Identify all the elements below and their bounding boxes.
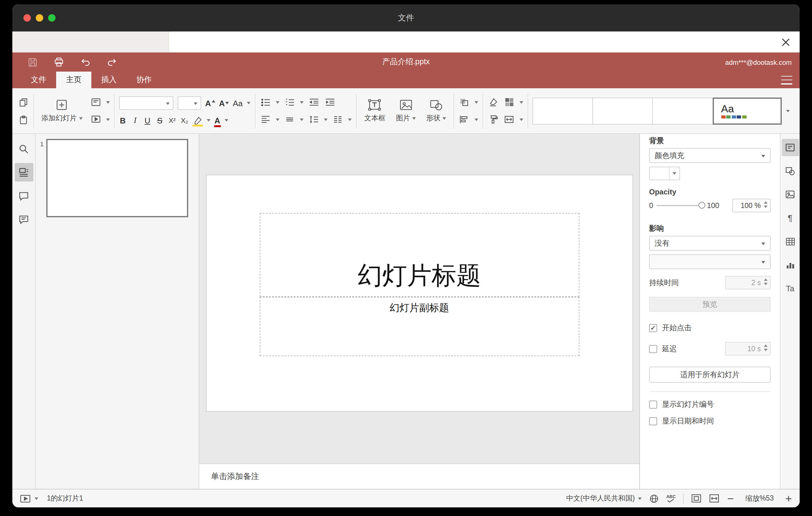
font-size-combo[interactable] xyxy=(177,96,201,110)
font-name-combo[interactable] xyxy=(119,96,173,110)
underline-button[interactable]: U xyxy=(143,116,151,125)
slide-size-icon[interactable] xyxy=(503,114,515,125)
slide[interactable]: 幻灯片标题 幻灯片副标题 xyxy=(206,175,632,411)
line-spacing-icon[interactable] xyxy=(308,114,320,125)
numbered-list-icon[interactable] xyxy=(284,96,295,108)
arrange-shapes-icon[interactable] xyxy=(458,96,470,108)
subscript-button[interactable]: X₂ xyxy=(180,117,188,124)
slide-canvas[interactable]: 幻灯片标题 幻灯片副标题 xyxy=(199,134,639,463)
delay-checkbox[interactable] xyxy=(649,345,657,353)
chevron-down-icon[interactable] xyxy=(519,101,523,104)
vertical-align-icon[interactable] xyxy=(284,114,295,125)
columns-icon[interactable] xyxy=(332,114,344,125)
opacity-slider-thumb[interactable] xyxy=(698,202,705,209)
chevron-down-icon[interactable] xyxy=(474,118,478,121)
shape-settings-icon[interactable] xyxy=(781,162,799,180)
insert-image-button[interactable]: 图片 xyxy=(393,92,419,129)
effect-select[interactable]: 没有 xyxy=(649,236,771,251)
slides-panel-icon[interactable] xyxy=(14,163,33,181)
bullet-list-icon[interactable] xyxy=(260,96,271,108)
copy-style-icon[interactable] xyxy=(487,114,499,125)
theme-option[interactable] xyxy=(532,97,593,124)
decrease-indent-icon[interactable] xyxy=(308,96,320,108)
paste-icon[interactable] xyxy=(17,114,29,125)
zoom-in-icon[interactable] xyxy=(785,495,792,502)
title-placeholder[interactable]: 幻灯片标题 xyxy=(259,213,579,297)
chevron-down-icon[interactable] xyxy=(474,101,478,104)
chevron-down-icon[interactable] xyxy=(276,118,280,121)
undo-icon[interactable] xyxy=(80,57,91,67)
subtitle-placeholder[interactable]: 幻灯片副标题 xyxy=(259,297,579,356)
zoom-out-icon[interactable] xyxy=(727,495,734,502)
effect-type-select[interactable] xyxy=(649,254,771,269)
feedback-icon[interactable] xyxy=(14,210,33,228)
clear-style-icon[interactable] xyxy=(487,96,499,108)
highlight-color-icon[interactable] xyxy=(193,116,202,124)
theme-option-selected[interactable]: Aa xyxy=(712,97,782,124)
redo-icon[interactable] xyxy=(107,57,117,67)
hamburger-menu-icon[interactable] xyxy=(781,76,792,84)
chevron-down-icon[interactable] xyxy=(206,119,210,122)
tab-collaboration[interactable]: 协作 xyxy=(126,71,162,88)
preview-button[interactable]: 预览 xyxy=(649,297,771,312)
apply-to-all-button[interactable]: 适用于所有幻灯片 xyxy=(649,367,771,383)
theme-gallery-expand-icon[interactable] xyxy=(781,97,795,124)
fit-slide-icon[interactable] xyxy=(691,494,701,503)
increase-indent-icon[interactable] xyxy=(324,96,336,108)
chevron-down-icon[interactable] xyxy=(225,119,228,122)
fit-width-icon[interactable] xyxy=(709,494,720,503)
delay-input[interactable]: 10 s xyxy=(725,342,771,355)
align-shapes-icon[interactable] xyxy=(458,114,470,125)
set-language-globe-icon[interactable] xyxy=(649,493,659,503)
superscript-button[interactable]: X² xyxy=(168,117,176,124)
minimize-window-button[interactable] xyxy=(36,14,43,22)
image-settings-icon[interactable] xyxy=(781,186,799,203)
bold-button[interactable]: B xyxy=(119,116,127,125)
print-icon[interactable] xyxy=(54,57,64,67)
show-date-time-checkbox[interactable] xyxy=(649,417,657,425)
fill-type-select[interactable]: 颜色填充 xyxy=(649,148,771,163)
strikethrough-button[interactable]: S xyxy=(156,116,164,125)
comments-icon[interactable] xyxy=(14,187,33,205)
search-icon[interactable] xyxy=(14,140,33,158)
tab-insert[interactable]: 插入 xyxy=(91,71,126,88)
slide-settings-icon[interactable] xyxy=(781,139,799,156)
start-slideshow-statusbar-icon[interactable] xyxy=(20,493,31,503)
chevron-down-icon[interactable] xyxy=(106,118,110,121)
table-settings-icon[interactable] xyxy=(781,233,799,250)
paragraph-settings-icon[interactable]: ¶ xyxy=(781,209,799,227)
theme-option[interactable] xyxy=(652,97,713,124)
close-window-button[interactable] xyxy=(24,14,31,22)
tab-file[interactable]: 文件 xyxy=(21,71,56,88)
slide-thumbnail-1[interactable] xyxy=(46,139,188,217)
textbox-button[interactable]: 文本框 xyxy=(361,92,388,129)
change-case-icon[interactable]: Aa xyxy=(233,98,243,108)
save-icon[interactable] xyxy=(27,57,38,67)
fill-color-swatch[interactable] xyxy=(649,167,680,180)
chevron-down-icon[interactable] xyxy=(300,118,303,121)
color-scheme-icon[interactable] xyxy=(503,96,515,108)
chevron-down-icon[interactable] xyxy=(324,118,328,121)
show-slide-number-checkbox[interactable] xyxy=(649,401,657,409)
chevron-down-icon[interactable] xyxy=(348,118,352,121)
chevron-down-icon[interactable] xyxy=(300,101,303,104)
tab-home[interactable]: 主页 xyxy=(56,71,91,88)
opacity-value-input[interactable]: 100 % xyxy=(732,199,771,212)
close-icon[interactable] xyxy=(779,36,792,48)
font-color-icon[interactable]: A xyxy=(214,116,220,125)
increase-font-icon[interactable]: A xyxy=(205,98,215,108)
chevron-down-icon[interactable] xyxy=(519,118,523,121)
start-on-click-checkbox[interactable] xyxy=(649,324,657,332)
spellcheck-icon[interactable]: ABC xyxy=(666,494,676,503)
opacity-slider[interactable] xyxy=(656,205,704,206)
chevron-down-icon[interactable] xyxy=(247,102,251,104)
start-slideshow-icon[interactable] xyxy=(90,114,102,125)
italic-button[interactable]: I xyxy=(131,115,139,125)
theme-option[interactable] xyxy=(592,97,653,124)
copy-icon[interactable] xyxy=(17,96,29,108)
horizontal-align-icon[interactable] xyxy=(260,114,271,125)
insert-shape-button[interactable]: 形状 xyxy=(423,92,449,129)
chevron-down-icon[interactable] xyxy=(276,101,280,104)
zoom-window-button[interactable] xyxy=(48,14,56,22)
textart-settings-icon[interactable]: Ta xyxy=(781,280,799,297)
